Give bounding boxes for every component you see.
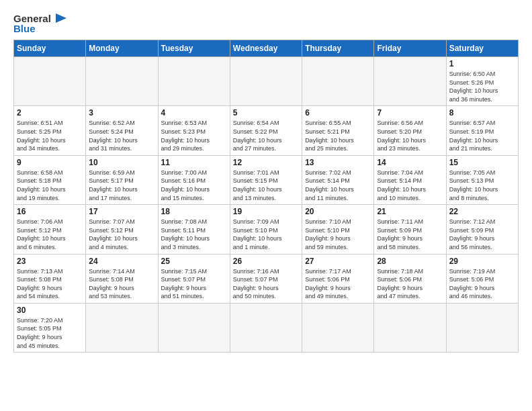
day-info: Sunrise: 7:12 AM Sunset: 5:09 PM Dayligh… xyxy=(449,218,515,251)
day-info: Sunrise: 7:02 AM Sunset: 5:14 PM Dayligh… xyxy=(305,169,371,202)
day-number: 17 xyxy=(89,207,154,216)
week-row-6: 30Sunrise: 7:20 AM Sunset: 5:05 PM Dayli… xyxy=(14,303,519,352)
day-number: 19 xyxy=(233,207,299,216)
day-info: Sunrise: 7:14 AM Sunset: 5:08 PM Dayligh… xyxy=(89,267,154,301)
calendar-cell: 14Sunrise: 7:04 AM Sunset: 5:14 PM Dayli… xyxy=(374,155,446,204)
calendar-cell: 25Sunrise: 7:15 AM Sunset: 5:07 PM Dayli… xyxy=(158,254,230,303)
day-info: Sunrise: 7:19 AM Sunset: 5:06 PM Dayligh… xyxy=(449,267,515,301)
calendar-cell: 19Sunrise: 7:09 AM Sunset: 5:10 PM Dayli… xyxy=(230,205,302,254)
day-info: Sunrise: 7:01 AM Sunset: 5:15 PM Dayligh… xyxy=(233,169,299,202)
day-info: Sunrise: 7:11 AM Sunset: 5:09 PM Dayligh… xyxy=(377,218,443,251)
day-number: 4 xyxy=(161,108,227,118)
day-info: Sunrise: 7:10 AM Sunset: 5:10 PM Dayligh… xyxy=(305,218,371,251)
day-number: 23 xyxy=(17,257,83,266)
day-number: 25 xyxy=(161,257,227,266)
calendar-cell: 20Sunrise: 7:10 AM Sunset: 5:10 PM Dayli… xyxy=(302,205,374,254)
day-number: 20 xyxy=(305,207,371,216)
day-number: 13 xyxy=(305,158,371,167)
day-number: 15 xyxy=(449,158,515,167)
day-number: 16 xyxy=(17,207,83,216)
calendar-cell: 1Sunrise: 6:50 AM Sunset: 5:26 PM Daylig… xyxy=(446,57,518,106)
day-number: 18 xyxy=(161,207,227,216)
week-row-3: 9Sunrise: 6:58 AM Sunset: 5:18 PM Daylig… xyxy=(14,155,519,204)
day-number: 3 xyxy=(89,108,154,118)
day-info: Sunrise: 7:09 AM Sunset: 5:10 PM Dayligh… xyxy=(233,218,299,251)
calendar-cell: 7Sunrise: 6:56 AM Sunset: 5:20 PM Daylig… xyxy=(374,106,446,155)
calendar-cell: 6Sunrise: 6:55 AM Sunset: 5:21 PM Daylig… xyxy=(302,106,374,155)
week-row-5: 23Sunrise: 7:13 AM Sunset: 5:08 PM Dayli… xyxy=(14,254,519,303)
day-info: Sunrise: 6:53 AM Sunset: 5:23 PM Dayligh… xyxy=(161,119,227,152)
calendar-cell: 18Sunrise: 7:08 AM Sunset: 5:11 PM Dayli… xyxy=(158,205,230,254)
day-number: 26 xyxy=(233,257,299,266)
calendar-cell xyxy=(86,57,158,106)
day-number: 1 xyxy=(449,59,515,68)
calendar-cell: 27Sunrise: 7:17 AM Sunset: 5:06 PM Dayli… xyxy=(302,254,374,303)
calendar-cell xyxy=(446,303,518,352)
day-info: Sunrise: 7:13 AM Sunset: 5:08 PM Dayligh… xyxy=(17,267,83,301)
day-number: 7 xyxy=(377,108,443,118)
day-info: Sunrise: 6:54 AM Sunset: 5:22 PM Dayligh… xyxy=(233,119,299,152)
calendar-cell: 22Sunrise: 7:12 AM Sunset: 5:09 PM Dayli… xyxy=(446,205,518,254)
header: General Blue xyxy=(13,11,519,34)
calendar-cell: 5Sunrise: 6:54 AM Sunset: 5:22 PM Daylig… xyxy=(230,106,302,155)
calendar-cell: 29Sunrise: 7:19 AM Sunset: 5:06 PM Dayli… xyxy=(446,254,518,303)
calendar-cell xyxy=(158,57,230,106)
day-info: Sunrise: 7:17 AM Sunset: 5:06 PM Dayligh… xyxy=(305,267,371,301)
week-row-2: 2Sunrise: 6:51 AM Sunset: 5:25 PM Daylig… xyxy=(14,106,519,155)
day-info: Sunrise: 7:08 AM Sunset: 5:11 PM Dayligh… xyxy=(161,218,227,251)
day-info: Sunrise: 6:56 AM Sunset: 5:20 PM Dayligh… xyxy=(377,119,443,152)
calendar-cell xyxy=(374,303,446,352)
logo-blue-text: Blue xyxy=(13,23,36,34)
day-number: 14 xyxy=(377,158,443,167)
calendar-cell xyxy=(374,57,446,106)
weekday-header-saturday: Saturday xyxy=(446,40,518,57)
day-info: Sunrise: 7:06 AM Sunset: 5:12 PM Dayligh… xyxy=(17,218,83,251)
calendar-cell xyxy=(14,57,86,106)
day-info: Sunrise: 6:59 AM Sunset: 5:17 PM Dayligh… xyxy=(89,169,154,202)
calendar-table: SundayMondayTuesdayWednesdayThursdayFrid… xyxy=(13,40,519,353)
day-number: 27 xyxy=(305,257,371,266)
day-info: Sunrise: 6:50 AM Sunset: 5:26 PM Dayligh… xyxy=(449,70,515,103)
calendar-cell: 16Sunrise: 7:06 AM Sunset: 5:12 PM Dayli… xyxy=(14,205,86,254)
day-number: 2 xyxy=(17,108,83,118)
calendar-cell: 21Sunrise: 7:11 AM Sunset: 5:09 PM Dayli… xyxy=(374,205,446,254)
calendar-cell: 12Sunrise: 7:01 AM Sunset: 5:15 PM Dayli… xyxy=(230,155,302,204)
calendar-cell: 23Sunrise: 7:13 AM Sunset: 5:08 PM Dayli… xyxy=(14,254,86,303)
day-number: 5 xyxy=(233,108,299,118)
day-info: Sunrise: 6:51 AM Sunset: 5:25 PM Dayligh… xyxy=(17,119,83,152)
day-info: Sunrise: 6:55 AM Sunset: 5:21 PM Dayligh… xyxy=(305,119,371,152)
calendar-cell: 13Sunrise: 7:02 AM Sunset: 5:14 PM Dayli… xyxy=(302,155,374,204)
day-info: Sunrise: 7:15 AM Sunset: 5:07 PM Dayligh… xyxy=(161,267,227,301)
day-number: 29 xyxy=(449,257,515,266)
calendar-cell: 17Sunrise: 7:07 AM Sunset: 5:12 PM Dayli… xyxy=(86,205,158,254)
calendar-cell: 30Sunrise: 7:20 AM Sunset: 5:05 PM Dayli… xyxy=(14,303,86,352)
calendar-cell: 9Sunrise: 6:58 AM Sunset: 5:18 PM Daylig… xyxy=(14,155,86,204)
weekday-header-wednesday: Wednesday xyxy=(230,40,302,57)
weekday-header-monday: Monday xyxy=(86,40,158,57)
logo: General Blue xyxy=(13,11,68,34)
logo-general-text: General xyxy=(13,13,51,24)
day-info: Sunrise: 6:52 AM Sunset: 5:24 PM Dayligh… xyxy=(89,119,154,152)
calendar-cell: 26Sunrise: 7:16 AM Sunset: 5:07 PM Dayli… xyxy=(230,254,302,303)
day-number: 28 xyxy=(377,257,443,266)
logo-triangle-icon xyxy=(53,11,68,26)
calendar-cell xyxy=(230,57,302,106)
weekday-header-sunday: Sunday xyxy=(14,40,86,57)
day-info: Sunrise: 7:00 AM Sunset: 5:16 PM Dayligh… xyxy=(161,169,227,202)
day-number: 12 xyxy=(233,158,299,167)
calendar-cell xyxy=(302,57,374,106)
day-number: 8 xyxy=(449,108,515,118)
calendar-cell xyxy=(86,303,158,352)
day-number: 10 xyxy=(89,158,154,167)
day-info: Sunrise: 7:05 AM Sunset: 5:13 PM Dayligh… xyxy=(449,169,515,202)
day-number: 9 xyxy=(17,158,83,167)
week-row-1: 1Sunrise: 6:50 AM Sunset: 5:26 PM Daylig… xyxy=(14,57,519,106)
day-info: Sunrise: 7:18 AM Sunset: 5:06 PM Dayligh… xyxy=(377,267,443,301)
day-number: 6 xyxy=(305,108,371,118)
day-number: 21 xyxy=(377,207,443,216)
weekday-header-friday: Friday xyxy=(374,40,446,57)
day-info: Sunrise: 6:58 AM Sunset: 5:18 PM Dayligh… xyxy=(17,169,83,202)
day-info: Sunrise: 6:57 AM Sunset: 5:19 PM Dayligh… xyxy=(449,119,515,152)
weekday-header-tuesday: Tuesday xyxy=(158,40,230,57)
calendar-cell xyxy=(302,303,374,352)
